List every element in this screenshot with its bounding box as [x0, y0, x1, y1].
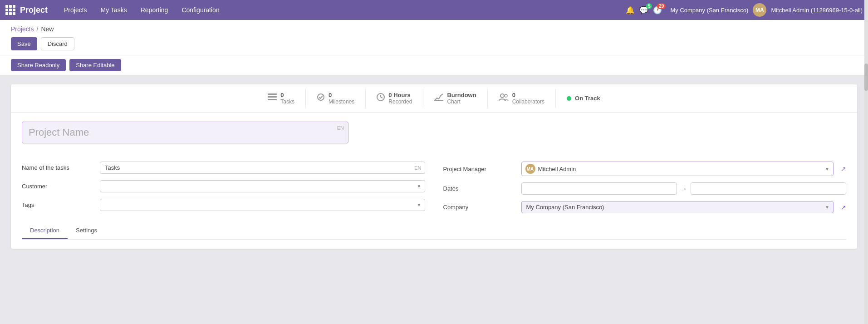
project-manager-row: Project Manager MA Mitchell Admin ▼ ↗	[443, 162, 847, 176]
form-tabs: Description Settings	[22, 222, 846, 240]
bell-icon[interactable]: 🔔	[626, 6, 635, 15]
dates-arrow-icon: →	[681, 185, 687, 192]
customer-select-wrapper: ▼	[100, 180, 425, 192]
company-select[interactable]: My Company (San Francisco)	[522, 201, 825, 213]
manager-external-link-icon[interactable]: ↗	[841, 165, 846, 172]
collaborators-label: Collaborators	[512, 98, 544, 105]
dates-to-input[interactable]	[691, 182, 846, 195]
company-chevron-icon: ▼	[825, 205, 833, 210]
svg-point-3	[318, 94, 324, 100]
tasks-icon	[268, 93, 277, 103]
tab-settings[interactable]: Settings	[68, 222, 105, 239]
hours-count: 0 Hours	[388, 92, 412, 98]
share-editable-button[interactable]: Share Editable	[69, 59, 121, 71]
user-name: Mitchell Admin (11286969-15-0-all)	[771, 7, 863, 14]
stat-hours[interactable]: 0 Hours Recorded	[366, 89, 423, 108]
stat-tasks[interactable]: 0 Tasks	[257, 89, 306, 108]
scrollbar-thumb[interactable]	[864, 64, 868, 91]
hours-label: Recorded	[388, 98, 412, 105]
topnav: Project Projects My Tasks Reporting Conf…	[0, 0, 868, 20]
nav-configuration[interactable]: Configuration	[176, 4, 225, 16]
tasks-input-wrapper: EN	[100, 162, 425, 174]
on-track-dot	[567, 96, 571, 101]
on-track-label: On Track	[575, 95, 600, 102]
tasks-input[interactable]	[100, 162, 425, 174]
activity-icon[interactable]: 🕐 29	[653, 6, 662, 15]
stat-burndown[interactable]: Burndown Chart	[423, 89, 487, 108]
customer-select[interactable]	[100, 180, 425, 192]
company-row: Company My Company (San Francisco) ▼ ↗	[443, 201, 847, 213]
breadcrumb-parent[interactable]: Projects	[11, 25, 34, 33]
save-button[interactable]: Save	[11, 37, 37, 50]
topnav-right: 🔔 💬 5 🕐 29 My Company (San Francisco) MA…	[626, 3, 863, 17]
scrollbar-track	[864, 0, 868, 324]
project-name-en-badge: EN	[337, 125, 344, 131]
tags-select-wrapper: ▼	[100, 199, 425, 211]
customer-row: Customer ▼	[22, 180, 425, 192]
tags-row: Tags ▼	[22, 199, 425, 211]
milestones-icon	[317, 93, 325, 103]
manager-name: Mitchell Admin	[538, 166, 823, 172]
project-name-input[interactable]	[22, 122, 348, 143]
company-label: Company	[443, 204, 516, 211]
svg-rect-7	[434, 100, 443, 101]
stat-collaborators[interactable]: 0 Collaborators	[488, 89, 556, 108]
chart-icon	[434, 93, 443, 103]
tasks-label: Name of the tasks	[22, 164, 94, 171]
share-readonly-button[interactable]: Share Readonly	[11, 59, 66, 71]
manager-wrapper[interactable]: MA Mitchell Admin ▼	[521, 162, 834, 176]
share-bar: Share Readonly Share Editable	[0, 55, 868, 75]
svg-rect-1	[268, 96, 277, 98]
tab-description[interactable]: Description	[22, 222, 68, 239]
form-section-right: Project Manager MA Mitchell Admin ▼ ↗ Da…	[443, 162, 847, 213]
form-card: 0 Tasks 0 Milestones	[11, 84, 857, 249]
milestones-label: Milestones	[329, 98, 354, 105]
activity-badge: 29	[657, 3, 666, 9]
dates-from-input[interactable]	[521, 182, 677, 195]
breadcrumb: Projects / New	[11, 25, 857, 33]
nav-reporting[interactable]: Reporting	[135, 4, 174, 16]
svg-rect-2	[268, 99, 277, 100]
company-wrapper: My Company (San Francisco) ▼	[521, 201, 834, 213]
people-icon	[499, 93, 509, 103]
customer-label: Customer	[22, 183, 94, 190]
action-bar: Save Discard	[11, 37, 857, 55]
stats-bar: 0 Tasks 0 Milestones	[11, 84, 857, 113]
svg-rect-0	[268, 93, 277, 95]
stat-milestones[interactable]: 0 Milestones	[306, 89, 366, 108]
discard-button[interactable]: Discard	[41, 37, 74, 50]
form-grid: Name of the tasks EN Customer	[22, 162, 846, 213]
tasks-row: Name of the tasks EN	[22, 162, 425, 174]
tasks-label: Tasks	[280, 98, 294, 105]
chat-badge: 5	[646, 3, 652, 9]
form-body: EN Name of the tasks EN Cu	[11, 113, 857, 249]
nav-my-tasks[interactable]: My Tasks	[95, 4, 132, 16]
app-name: Project	[20, 5, 48, 15]
tags-label: Tags	[22, 201, 94, 208]
svg-line-6	[381, 97, 383, 98]
app-grid-icon[interactable]	[5, 5, 15, 15]
tasks-en-badge: EN	[414, 165, 421, 171]
dates-label: Dates	[443, 185, 516, 192]
project-manager-label: Project Manager	[443, 166, 516, 172]
dates-row: Dates →	[443, 182, 847, 195]
burndown-count: Burndown	[447, 92, 476, 98]
manager-avatar: MA	[525, 164, 535, 174]
stat-on-track[interactable]: On Track	[556, 89, 611, 108]
form-section-left: Name of the tasks EN Customer	[22, 162, 425, 213]
burndown-label: Chart	[447, 98, 476, 105]
milestones-count: 0	[329, 92, 354, 98]
svg-point-8	[500, 94, 504, 98]
collaborators-count: 0	[512, 92, 544, 98]
tasks-count: 0	[280, 92, 294, 98]
chat-icon[interactable]: 💬 5	[639, 6, 648, 15]
company-name: My Company (San Francisco)	[670, 7, 748, 14]
manager-chevron-icon: ▼	[825, 167, 829, 172]
breadcrumb-current: New	[41, 25, 54, 33]
company-external-link-icon[interactable]: ↗	[841, 204, 846, 211]
page-header: Projects / New Save Discard	[0, 20, 868, 55]
tags-select[interactable]	[100, 199, 425, 211]
breadcrumb-separator: /	[37, 25, 39, 33]
avatar[interactable]: MA	[753, 3, 766, 17]
nav-projects[interactable]: Projects	[59, 4, 93, 16]
